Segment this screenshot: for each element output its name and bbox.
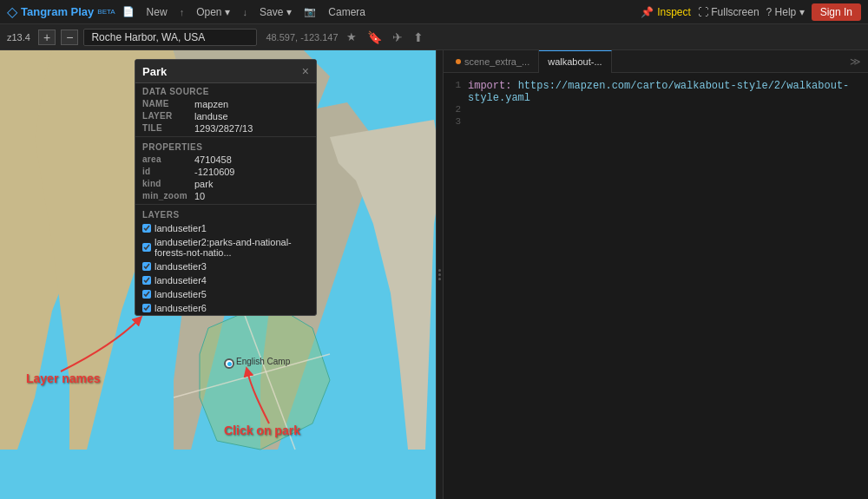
- code-panel: scene_extra_... walkabout-... ≫ 1 import…: [443, 50, 868, 499]
- zoom-in-button[interactable]: +: [38, 30, 56, 45]
- tabs-row: scene_extra_... walkabout-... ≫: [444, 50, 868, 73]
- help-icon: ?: [766, 6, 773, 18]
- inspect-button[interactable]: 📌 Inspect: [641, 6, 691, 18]
- tile-row: TILE 1293/2827/13: [135, 122, 316, 135]
- fullscreen-icon: ⛶: [698, 6, 708, 18]
- coordinates-display: 48.597, -123.147: [266, 32, 338, 43]
- code-editor[interactable]: 1 import: https://mapzen.com/carto/walka…: [444, 73, 868, 499]
- tab-dot-1: [456, 59, 461, 64]
- right-nav: 📌 Inspect ⛶ Fullscreen ? Help ▾ Sign In: [641, 3, 861, 21]
- layer-item[interactable]: landusetier4: [135, 273, 316, 287]
- new-icon: 📄: [122, 6, 135, 17]
- layer-checkbox-3[interactable]: [142, 276, 151, 285]
- area-value: 4710458: [194, 154, 232, 165]
- tile-value: 1293/2827/13: [194, 123, 253, 134]
- layer-checkbox-5[interactable]: [142, 304, 151, 312]
- layer-label: LAYER: [142, 111, 194, 121]
- marker-label: English Camp: [236, 357, 290, 366]
- inspect-popup: Park × DATA SOURCE NAME mapzen LAYER lan…: [135, 59, 317, 316]
- name-row: NAME mapzen: [135, 98, 316, 110]
- layer-name-0: landusetier1: [155, 223, 207, 233]
- toolbar: z13.4 + − 48.597, -123.147 ★ 🔖 ✈ ⬆: [0, 24, 868, 50]
- brand-name: Tangram Play: [21, 5, 94, 18]
- layer-item[interactable]: landusetier5: [135, 287, 316, 301]
- layer-name-4: landusetier5: [155, 289, 207, 299]
- popup-header: Park ×: [135, 60, 316, 83]
- top-navigation: ◇ Tangram Play BETA 📄 New ↑ Open ▾ ↓ Sav…: [0, 0, 868, 24]
- tab-scene-extra[interactable]: scene_extra_...: [447, 50, 539, 73]
- layer-item[interactable]: landusetier6: [135, 301, 316, 315]
- open-button[interactable]: Open ▾: [191, 4, 235, 20]
- layer-name-2: landusetier3: [155, 261, 207, 272]
- save-button[interactable]: Save ▾: [254, 4, 297, 20]
- save-chevron-icon: ▾: [286, 6, 292, 18]
- layers-section: LAYERS: [135, 207, 316, 221]
- signin-button[interactable]: Sign In: [812, 3, 861, 21]
- properties-section: PROPERTIES: [135, 139, 316, 154]
- open-chevron-icon: ▾: [225, 6, 230, 18]
- tab-expand-button[interactable]: ≫: [843, 56, 868, 68]
- save-icon: ↓: [242, 7, 247, 17]
- layer-checkbox-2[interactable]: [142, 262, 151, 271]
- zoom-out-button[interactable]: −: [61, 30, 78, 45]
- pin-icon: 📌: [641, 6, 654, 18]
- geolocate-icon[interactable]: ⬆: [411, 30, 426, 44]
- fullscreen-button[interactable]: ⛶ Fullscreen: [698, 6, 760, 18]
- tab-label-1: scene_extra_...: [464, 50, 529, 73]
- tangram-icon: ◇: [7, 3, 17, 20]
- layer-row: LAYER landuse: [135, 110, 316, 122]
- camera-button[interactable]: Camera: [323, 4, 371, 20]
- star-icon[interactable]: ★: [344, 30, 359, 43]
- panel-collapse-handle[interactable]: [436, 50, 443, 499]
- tile-label: TILE: [142, 123, 194, 134]
- search-input[interactable]: [83, 29, 257, 46]
- id-label: id: [142, 167, 194, 177]
- divider-1: [135, 136, 316, 137]
- camera-icon: 📷: [304, 6, 316, 17]
- layer-name-1: landusetier2:parks-and-national-forests-…: [155, 237, 309, 258]
- zoom-level: z13.4: [7, 32, 33, 43]
- layer-item[interactable]: landusetier3: [135, 259, 316, 273]
- popup-close-button[interactable]: ×: [302, 64, 309, 78]
- layer-checkbox-4[interactable]: [142, 290, 151, 299]
- divider-2: [135, 204, 316, 205]
- code-line-3: 3: [447, 116, 865, 128]
- popup-title: Park: [142, 65, 167, 78]
- min-zoom-label: min_zoom: [142, 191, 194, 201]
- layers-list: landusetier1 landusetier2:parks-and-nati…: [135, 221, 316, 315]
- tab-label-2: walkabout-...: [548, 50, 602, 73]
- help-chevron-icon: ▾: [799, 6, 805, 18]
- layer-item[interactable]: landusetier1: [135, 221, 316, 235]
- compass-icon[interactable]: ✈: [390, 30, 405, 44]
- handle-dot-1: [438, 269, 441, 272]
- min-zoom-value: 10: [194, 191, 205, 201]
- line-number-2: 2: [447, 104, 461, 116]
- new-button[interactable]: New: [141, 4, 173, 20]
- min-zoom-row: min_zoom 10: [135, 190, 316, 202]
- layer-checkbox-1[interactable]: [142, 243, 151, 252]
- brand-logo: ◇ Tangram Play BETA: [7, 3, 115, 20]
- code-content-3: [468, 116, 474, 128]
- area-label: area: [142, 154, 194, 165]
- code-content-1: import: https://mapzen.com/carto/walkabo…: [468, 80, 865, 104]
- line-number-3: 3: [447, 116, 461, 128]
- layer-name-3: landusetier4: [155, 275, 207, 286]
- click-on-park-annotation: Click on park: [224, 423, 300, 437]
- layer-checkbox-0[interactable]: [142, 224, 151, 233]
- help-button[interactable]: ? Help ▾: [766, 6, 805, 18]
- handle-dot-3: [438, 278, 441, 280]
- id-row: id -1210609: [135, 166, 316, 178]
- bookmark-icon[interactable]: 🔖: [365, 30, 385, 44]
- code-line-2: 2: [447, 104, 865, 116]
- line-number-1: 1: [447, 80, 461, 104]
- tab-walkabout[interactable]: walkabout-...: [539, 50, 611, 73]
- code-line-1: 1 import: https://mapzen.com/carto/walka…: [447, 80, 865, 104]
- data-source-section: DATA SOURCE: [135, 83, 316, 98]
- brand-beta: BETA: [97, 8, 115, 16]
- layer-item[interactable]: landusetier2:parks-and-national-forests-…: [135, 235, 316, 259]
- kind-value: park: [194, 179, 213, 189]
- main-content: English Camp Layer names Click on park: [0, 50, 868, 499]
- layer-name-5: landusetier6: [155, 303, 207, 313]
- id-value: -1210609: [194, 167, 235, 177]
- map-area[interactable]: English Camp Layer names Click on park: [0, 50, 436, 499]
